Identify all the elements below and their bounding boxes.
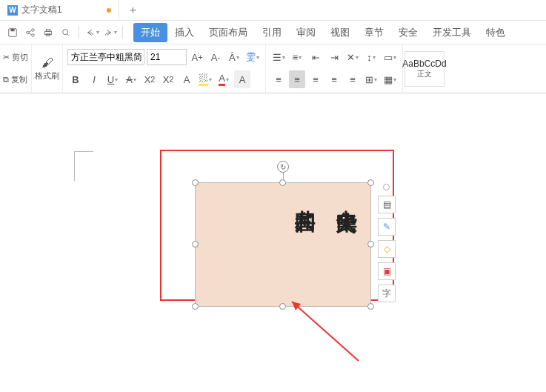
undo-button[interactable]: ▾ (84, 24, 100, 41)
separator-icon (122, 26, 123, 39)
outdent-button[interactable]: ⇤ (307, 48, 324, 66)
vertical-text[interactable]: 中华人民 共和国 (290, 193, 360, 199)
chevron-down-icon: ▾ (114, 29, 117, 36)
float-tool-stack: ▤ ✎ ◇ ▣ 字 (378, 196, 396, 302)
menu-special[interactable]: 特色 (479, 23, 513, 42)
menu-start[interactable]: 开始 (133, 23, 167, 42)
menu-devtools[interactable]: 开发工具 (425, 23, 479, 42)
italic-button[interactable]: I (86, 70, 102, 88)
asian-layout-button[interactable]: ✕▾ (344, 48, 361, 66)
annotation-arrow-icon (284, 298, 366, 365)
menu-security[interactable]: 安全 (391, 23, 425, 42)
paragraph-group: ☰▾ ≡▾ ⇤ ⇥ ✕▾ ↕▾ ▭▾ ≡ ≡ ≡ ≡ ≡ ⊞▾ ▦▾ (266, 44, 403, 93)
resize-handle-b[interactable] (279, 303, 286, 310)
strikethrough-button[interactable]: A▾ (123, 70, 139, 88)
menu-view[interactable]: 视图 (323, 23, 357, 42)
redo-button[interactable]: ▾ (101, 24, 118, 41)
text-box-shape[interactable]: ↻ 中华人民 共和国 (195, 182, 371, 307)
resize-handle-tl[interactable] (192, 179, 199, 186)
copy-button[interactable]: ⧉复制 (3, 73, 28, 87)
svg-line-12 (292, 302, 359, 361)
char-shading-button[interactable]: A (234, 70, 250, 88)
document-tab[interactable]: 文字文稿1 (0, 0, 119, 21)
resize-handle-bl[interactable] (192, 303, 199, 310)
text-tool-button[interactable]: 字 (378, 285, 396, 302)
doc-icon (7, 5, 18, 16)
tab-bar: 文字文稿1 + (0, 0, 546, 21)
text-line-2: 共和国 (290, 193, 319, 199)
align-distribute-button[interactable]: ≡ (344, 70, 361, 88)
menu-pagelayout[interactable]: 页面布局 (202, 23, 255, 42)
svg-rect-8 (46, 29, 50, 31)
menu-bar: 开始 插入 页面布局 引用 审阅 视图 章节 安全 开发工具 特色 (133, 23, 513, 42)
font-name-select[interactable]: 方正兰亭中粗黑简 (67, 49, 144, 65)
bold-button[interactable]: B (67, 70, 84, 88)
painter-group: 🖌 格式刷 (32, 44, 63, 93)
style-sample: AaBbCcDd (402, 59, 446, 69)
format-painter-button[interactable]: 🖌 格式刷 (35, 56, 59, 82)
brush-icon: 🖌 (41, 56, 53, 70)
increase-font-button[interactable]: A+ (189, 48, 205, 66)
copy-icon: ⧉ (3, 75, 9, 84)
borders-button[interactable]: ▦▾ (382, 70, 398, 88)
clipboard-group: ✂剪切 ⧉复制 (0, 44, 32, 93)
highlight-button[interactable]: ⛆▾ (197, 70, 213, 88)
save-button[interactable] (4, 24, 21, 41)
print-button[interactable] (40, 24, 56, 41)
page-corner-icon (74, 151, 93, 181)
menu-chapter[interactable]: 章节 (357, 23, 391, 42)
separator-icon (79, 26, 79, 39)
change-case-button[interactable]: Ȃ▾ (226, 48, 242, 66)
modified-dot-icon (107, 8, 111, 13)
rotate-handle[interactable]: ↻ (277, 161, 289, 173)
menu-references[interactable]: 引用 (255, 23, 289, 42)
svg-rect-1 (10, 28, 14, 31)
align-right-button[interactable]: ≡ (307, 70, 324, 88)
tab-settings-button[interactable]: ⊞▾ (363, 70, 379, 88)
clear-format-button[interactable]: A (179, 70, 195, 88)
indent-button[interactable]: ⇥ (326, 48, 342, 66)
bullets-button[interactable]: ☰▾ (270, 48, 287, 66)
resize-handle-br[interactable] (367, 303, 374, 310)
font-size-select[interactable]: 21 (147, 49, 187, 65)
style-normal[interactable]: AaBbCcDd 正文 (404, 51, 445, 87)
menu-insert[interactable]: 插入 (167, 23, 202, 42)
document-canvas[interactable]: ↻ 中华人民 共和国 ▤ ✎ ◇ ▣ 字 (0, 93, 546, 392)
menu-review[interactable]: 审阅 (289, 23, 323, 42)
tab-add-button[interactable]: + (119, 4, 147, 17)
chevron-down-icon: ▾ (96, 29, 99, 36)
svg-line-5 (29, 30, 32, 32)
svg-line-6 (29, 33, 32, 34)
align-center-button[interactable]: ≡ (289, 70, 305, 88)
superscript-button[interactable]: X2 (142, 70, 158, 88)
shape-effects-button[interactable]: ▣ (378, 262, 396, 280)
tab-title: 文字文稿1 (21, 4, 62, 16)
subscript-button[interactable]: X2 (160, 70, 176, 88)
quick-access: ▾ ▾ (4, 24, 126, 41)
text-line-1: 中华人民 (332, 193, 360, 199)
phonetic-button[interactable]: 雯▾ (244, 48, 261, 66)
wrap-handle-icon[interactable] (383, 184, 390, 190)
underline-button[interactable]: U▾ (104, 70, 121, 88)
svg-line-11 (67, 33, 70, 36)
fill-tool-button[interactable]: ✎ (378, 218, 396, 236)
font-group: 方正兰亭中粗黑简 21 A+ A- Ȃ▾ 雯▾ B I U▾ A▾ X2 X2 … (63, 44, 266, 93)
cut-button[interactable]: ✂剪切 (3, 50, 28, 64)
shading-button[interactable]: ▭▾ (382, 48, 398, 66)
align-justify-button[interactable]: ≡ (326, 70, 342, 88)
print-preview-button[interactable] (58, 24, 74, 41)
line-spacing-button[interactable]: ↕▾ (363, 48, 379, 66)
svg-point-10 (63, 29, 68, 34)
font-color-button[interactable]: A▾ (216, 70, 232, 88)
resize-handle-tr[interactable] (367, 179, 374, 186)
align-left-button[interactable]: ≡ (270, 70, 287, 88)
resize-handle-t[interactable] (279, 179, 286, 186)
decrease-font-button[interactable]: A- (207, 48, 224, 66)
numbering-button[interactable]: ≡▾ (289, 48, 305, 66)
outline-tool-button[interactable]: ◇ (378, 240, 396, 258)
resize-handle-l[interactable] (192, 241, 199, 248)
share-button[interactable] (22, 24, 39, 41)
svg-point-4 (32, 33, 35, 36)
layout-options-button[interactable]: ▤ (378, 196, 396, 213)
resize-handle-r[interactable] (367, 241, 374, 248)
